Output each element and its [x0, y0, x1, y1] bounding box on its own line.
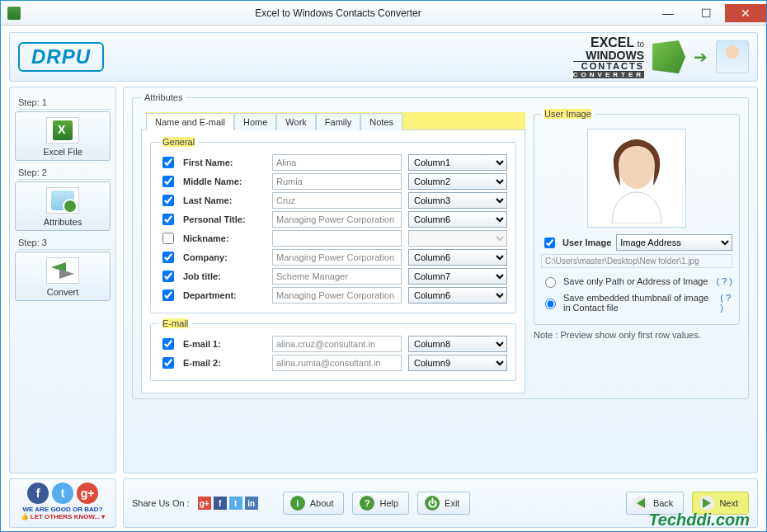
row-personal-title: Personal Title: Column6 — [159, 211, 507, 228]
watermark: Techddi.com — [648, 511, 750, 530]
first-name-column[interactable]: Column1 — [408, 154, 507, 171]
department-value[interactable] — [272, 287, 402, 304]
save-embedded-help[interactable]: ( ? ) — [720, 293, 732, 313]
content-panel: Attributes Name and E-mail Home Work Fam… — [123, 87, 758, 473]
step2-label: Step: 2 — [18, 167, 111, 180]
general-legend: General — [162, 137, 195, 147]
nickname-checkbox[interactable] — [162, 233, 174, 244]
step-convert[interactable]: Convert — [15, 252, 111, 301]
row-email2: E-mail 2: Column9 — [159, 355, 507, 371]
email1-value[interactable] — [272, 336, 402, 352]
app-icon — [7, 7, 21, 20]
feedback-line1: WE ARE GOOD OR BAD? — [12, 506, 114, 513]
step1-label: Step: 1 — [18, 97, 111, 110]
middle-name-column[interactable]: Column2 — [408, 173, 507, 190]
company-checkbox[interactable] — [162, 252, 174, 263]
share-googleplus-icon[interactable]: g+ — [198, 497, 211, 510]
titlebar: Excel to Windows Contacts Converter — ☐ … — [1, 1, 766, 26]
save-path-radio[interactable] — [545, 277, 556, 288]
department-checkbox[interactable] — [162, 290, 174, 301]
share-twitter-icon[interactable]: t — [229, 497, 242, 510]
row-middle-name: Middle Name: Column2 — [159, 173, 507, 190]
email-fieldset: E-mail E-mail 1: Column8 — [150, 318, 516, 381]
row-nickname: Nickname: — [159, 230, 507, 247]
personal-title-checkbox[interactable] — [162, 214, 174, 225]
about-button[interactable]: iAbout — [283, 492, 345, 515]
attribute-tabs: Name and E-mail Home Work Family Notes — [146, 112, 525, 129]
last-name-label: Last Name: — [183, 195, 266, 205]
general-fieldset: General First Name: Column1 — [150, 137, 516, 313]
share-linkedin-icon[interactable]: in — [245, 497, 258, 510]
save-path-help[interactable]: ( ? ) — [716, 276, 732, 286]
save-path-label: Save only Path or Address of Image — [563, 276, 708, 286]
first-name-checkbox[interactable] — [162, 157, 174, 168]
excel-file-icon — [53, 120, 73, 140]
personal-title-value[interactable] — [272, 211, 402, 228]
tab-home[interactable]: Home — [234, 113, 276, 130]
googleplus-icon[interactable]: g+ — [77, 483, 98, 504]
close-button[interactable]: ✕ — [725, 4, 766, 22]
tab-family[interactable]: Family — [316, 113, 360, 130]
last-name-checkbox[interactable] — [162, 195, 174, 206]
user-image-label: User Image — [562, 238, 611, 247]
email2-column[interactable]: Column9 — [408, 355, 507, 371]
facebook-icon[interactable]: f — [27, 483, 49, 504]
user-image-source-select[interactable]: Image Address — [616, 234, 732, 251]
email2-checkbox[interactable] — [162, 357, 174, 369]
job-title-value[interactable] — [272, 268, 402, 285]
excel-x-icon — [652, 40, 685, 73]
step-attributes[interactable]: Attributes — [15, 181, 111, 231]
twitter-icon[interactable]: t — [52, 483, 73, 504]
row-job-title: Job title: Column7 — [159, 268, 507, 285]
share-label: Share Us On : — [132, 498, 190, 508]
tab-name-email[interactable]: Name and E-mail — [146, 113, 234, 130]
personal-title-column[interactable]: Column6 — [408, 211, 507, 228]
company-label: Company: — [183, 252, 266, 262]
company-value[interactable] — [272, 249, 402, 266]
feedback-panel: f t g+ WE ARE GOOD OR BAD? 👍 LET OTHERS … — [9, 478, 116, 528]
personal-title-label: Personal Title: — [183, 214, 266, 224]
contact-avatar-icon — [716, 40, 749, 73]
preview-note: Note : Preview show only first row value… — [534, 330, 740, 340]
help-button[interactable]: ?Help — [352, 492, 409, 515]
app-window: Excel to Windows Contacts Converter — ☐ … — [0, 0, 767, 532]
step-excel-file[interactable]: Excel File — [15, 111, 111, 161]
middle-name-label: Middle Name: — [183, 177, 266, 186]
window-title: Excel to Windows Contacts Converter — [27, 7, 649, 19]
arrow-right-icon: ➔ — [694, 47, 708, 67]
user-image-legend: User Image — [544, 109, 591, 119]
last-name-value[interactable] — [272, 192, 402, 209]
first-name-value[interactable] — [272, 154, 402, 171]
row-first-name: First Name: Column1 — [159, 154, 507, 171]
job-title-column[interactable]: Column7 — [408, 268, 507, 285]
user-image-fieldset: User Image — [534, 109, 740, 325]
nickname-column — [408, 230, 507, 247]
email-legend: E-mail — [162, 318, 188, 328]
tab-notes[interactable]: Notes — [360, 113, 402, 130]
email2-value[interactable] — [272, 355, 402, 371]
row-email1: E-mail 1: Column8 — [159, 336, 507, 352]
company-column[interactable]: Column6 — [408, 249, 507, 266]
nickname-label: Nickname: — [183, 233, 266, 243]
user-image-preview — [587, 129, 686, 228]
middle-name-checkbox[interactable] — [162, 176, 174, 187]
last-name-column[interactable]: Column3 — [408, 192, 507, 209]
middle-name-value[interactable] — [272, 173, 402, 190]
feedback-line2: LET OTHERS KNOW... — [31, 513, 100, 520]
job-title-checkbox[interactable] — [162, 271, 174, 282]
share-facebook-icon[interactable]: f — [214, 497, 227, 510]
job-title-label: Job title: — [183, 271, 266, 281]
tab-work[interactable]: Work — [276, 113, 315, 130]
user-image-path: C:\Users\master\Desktop\New folder\1.jpg — [541, 254, 732, 268]
exit-button[interactable]: ⏻Exit — [417, 492, 470, 515]
email1-column[interactable]: Column8 — [408, 336, 507, 352]
email1-checkbox[interactable] — [162, 338, 174, 350]
maximize-button[interactable]: ☐ — [687, 4, 725, 22]
attributes-legend: Attributes — [141, 92, 186, 102]
minimize-button[interactable]: — — [649, 4, 687, 22]
brand-logo: DRPU — [18, 42, 104, 72]
department-column[interactable]: Column6 — [408, 287, 507, 304]
save-embedded-radio[interactable] — [545, 299, 556, 309]
user-image-checkbox[interactable] — [544, 238, 555, 248]
save-embedded-label: Save embedded thumbnail of image in Cont… — [563, 293, 715, 313]
